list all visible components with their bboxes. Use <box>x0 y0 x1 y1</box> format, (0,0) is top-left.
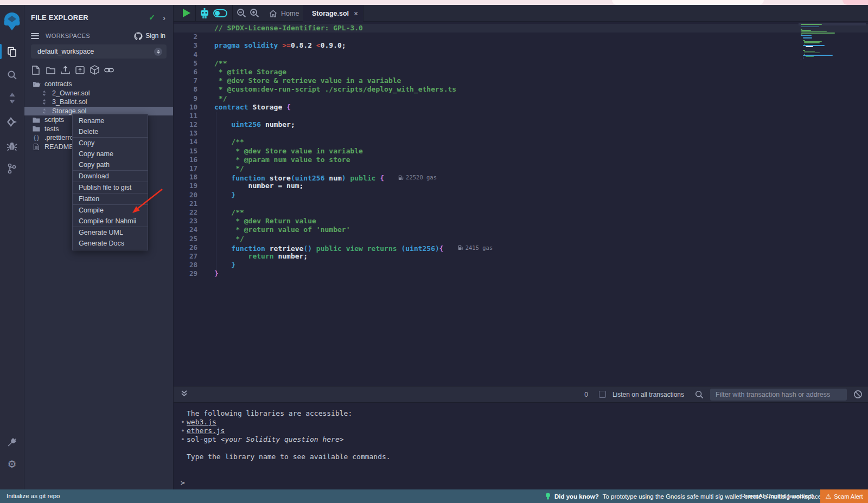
lightbulb-icon <box>545 493 551 500</box>
sign-in-button[interactable]: Sign in <box>134 32 165 40</box>
code-line-27: return number; <box>214 252 797 261</box>
menu-item-copy[interactable]: Copy <box>73 138 148 149</box>
copilot-status[interactable]: RemixAI Copilot (enabled) <box>741 489 814 503</box>
workspaces-row: WORKSPACES Sign in <box>24 30 173 42</box>
tab-home[interactable]: Home <box>260 5 308 22</box>
scam-alert-badge[interactable]: ⚠ Scam Alert <box>820 489 868 503</box>
code-line-7: * @dev Store & retrieve value in a varia… <box>214 76 797 85</box>
remix-logo-icon[interactable] <box>0 8 24 36</box>
code-line-14: /** <box>214 138 797 146</box>
fuel-pump-icon <box>458 244 463 250</box>
code-line-18: function store(uint256 num) public {2252… <box>214 173 797 182</box>
menu-item-flatten[interactable]: Flatten <box>73 194 148 204</box>
terminal-line: Type the library name to see available c… <box>181 453 868 461</box>
sidebar-item-file-explorer[interactable] <box>0 42 24 61</box>
menu-item-delete[interactable]: Delete <box>73 126 148 137</box>
terminal-line <box>181 444 868 453</box>
upload-file-icon[interactable] <box>60 65 70 75</box>
home-icon <box>269 10 277 17</box>
code-line-2 <box>214 33 797 41</box>
ipfs-cube-icon[interactable] <box>90 65 99 75</box>
chevron-right-icon[interactable]: › <box>163 13 165 22</box>
sidebar-item-settings[interactable]: ⚙ <box>0 455 24 473</box>
close-tab-icon[interactable]: × <box>354 9 358 18</box>
browser-edge-highlight <box>612 0 764 5</box>
browser-edge-pink <box>843 0 868 5</box>
terminal-controls: 0 Listen on all transactions <box>584 389 868 401</box>
code-lines: // SPDX-License-Identifier: GPL-3.0pragm… <box>174 24 797 278</box>
code-line-4 <box>214 50 797 59</box>
terminal-panel: 0 Listen on all transactions The followi… <box>174 386 868 489</box>
hamburger-menu-icon[interactable] <box>31 31 39 40</box>
tab-storage-sol[interactable]: Storage.sol × <box>303 5 363 22</box>
code-line-24: * @return value of 'number' <box>214 225 797 234</box>
code-editor[interactable]: 1234567891011121314151617181920212223242… <box>174 22 868 386</box>
tree-item-label: contracts <box>44 80 72 88</box>
transaction-filter-input[interactable] <box>710 389 847 401</box>
sidebar-item-debugger[interactable] <box>0 137 24 155</box>
terminal-prompt[interactable]: > <box>181 479 185 487</box>
terminal-line: The following libraries are accessible: <box>181 409 868 418</box>
remix-ide-window: ⚙ FILE EXPLORER ✓ › WORKSPACES Sign in d… <box>0 0 868 503</box>
menu-item-download[interactable]: Download <box>73 171 148 182</box>
sidebar-item-git[interactable] <box>0 159 24 178</box>
tree-item-3-ballot-sol[interactable]: 3_Ballot.sol <box>24 98 173 107</box>
sidebar-item-deploy-and-run[interactable] <box>0 113 24 131</box>
menu-item-compile[interactable]: Compile <box>73 205 148 216</box>
code-line-9: */ <box>214 94 797 103</box>
tree-item-2-owner-sol[interactable]: 2_Owner.sol <box>24 89 173 98</box>
link-icon[interactable] <box>104 65 114 75</box>
expand-terminal-icon[interactable] <box>181 390 188 399</box>
library-link-web3-js[interactable]: web3.js <box>187 418 216 426</box>
clear-console-icon[interactable] <box>853 390 863 399</box>
zoom-in-icon[interactable] <box>250 8 259 20</box>
code-line-10: contract Storage { <box>214 103 797 112</box>
ai-copilot-robot-icon[interactable] <box>199 8 210 21</box>
ai-copilot-toggle[interactable] <box>213 9 227 17</box>
menu-item-compile-for-nahmii[interactable]: Compile for Nahmii <box>73 216 148 227</box>
github-icon <box>134 32 143 40</box>
menu-item-copy-name[interactable]: Copy name <box>73 149 148 159</box>
code-line-17: */ <box>214 164 797 173</box>
code-line-20: } <box>214 191 797 199</box>
terminal-line: •ethers.js <box>181 427 868 435</box>
menu-item-generate-uml[interactable]: Generate UML <box>73 227 148 238</box>
code-line-8: * @custom:dev-run-script ./scripts/deplo… <box>214 85 797 94</box>
library-link-ethers-js[interactable]: ethers.js <box>187 427 225 435</box>
workspace-select[interactable]: default_workspace <box>31 44 167 59</box>
code-line-26: function retrieve() public view returns … <box>214 243 797 252</box>
tree-item-label: scripts <box>44 116 64 124</box>
new-file-icon[interactable] <box>31 65 41 75</box>
select-arrows-icon <box>154 48 162 56</box>
fuel-pump-icon <box>398 175 404 180</box>
sidebar-item-solidity-compiler[interactable] <box>0 89 24 107</box>
menu-item-copy-path[interactable]: Copy path <box>73 159 148 170</box>
listen-transactions-checkbox[interactable] <box>599 391 606 398</box>
upload-folder-icon[interactable] <box>75 65 85 75</box>
panel-title: FILE EXPLORER <box>31 14 149 22</box>
menu-item-publish-file-to-gist[interactable]: Publish file to gist <box>73 182 148 193</box>
terminal-line: •sol-gpt <your Solidity question here> <box>181 435 868 444</box>
scam-alert-label: Scam Alert <box>834 493 863 500</box>
git-init-button[interactable]: Initialize as git repo <box>7 489 60 503</box>
code-line-3: pragma solidity >=0.8.2 <0.9.0; <box>214 41 797 50</box>
sidebar-item-plugin-manager[interactable] <box>0 433 24 452</box>
check-icon: ✓ <box>149 13 155 22</box>
terminal-output[interactable]: The following libraries are accessible:•… <box>174 404 868 489</box>
menu-item-generate-docs[interactable]: Generate Docs <box>73 238 148 249</box>
new-folder-icon[interactable] <box>46 65 55 75</box>
context-menu: RenameDeleteCopyCopy nameCopy pathDownlo… <box>72 114 148 250</box>
minimap[interactable] <box>801 23 860 60</box>
tree-item-contracts[interactable]: contracts <box>24 80 173 89</box>
sign-in-label: Sign in <box>145 32 165 40</box>
menu-item-rename[interactable]: Rename <box>73 115 148 126</box>
tab-active-label: Storage.sol <box>312 10 349 17</box>
run-script-button[interactable] <box>183 9 190 17</box>
zoom-out-icon[interactable] <box>237 8 246 20</box>
main-area: Home Storage.sol × 123456789101112131415… <box>174 5 868 489</box>
code-line-21 <box>214 199 797 208</box>
tip-title: Did you know? <box>554 493 599 500</box>
editor-tabbar: Home Storage.sol × <box>174 5 868 22</box>
sidebar-item-search[interactable] <box>0 66 24 84</box>
code-line-6: * @title Storage <box>214 68 797 76</box>
